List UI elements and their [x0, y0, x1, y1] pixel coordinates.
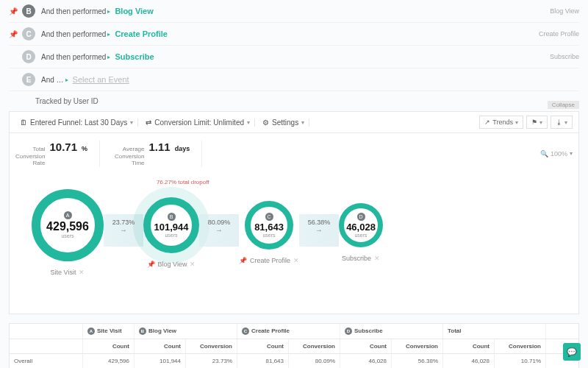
step-summary: Create Profile: [539, 30, 579, 38]
step-badge: D: [22, 50, 35, 63]
chevron-down-icon: ▾: [539, 119, 542, 126]
close-icon[interactable]: ✕: [374, 255, 380, 262]
col-blog-view[interactable]: BBlog View: [135, 324, 237, 339]
step-prefix: And then performed: [41, 30, 106, 38]
col-total: Total: [443, 324, 546, 339]
close-icon[interactable]: ✕: [293, 257, 299, 264]
step-prefix: And then performed: [41, 53, 106, 61]
total-conversion-rate: Total Conversion Rate 10.71%: [15, 141, 100, 167]
flow-arrow: 23.73%→: [104, 219, 143, 234]
step-summary: Blog View: [550, 7, 579, 15]
col-create-profile[interactable]: CCreate Profile: [237, 324, 340, 339]
download-button[interactable]: ⭳▾: [551, 116, 573, 129]
caret-icon: ▸: [107, 31, 110, 38]
swap-icon: ⇄: [146, 118, 151, 127]
step-badge: B: [22, 4, 35, 18]
funnel-node-b[interactable]: B101,944users 📌Blog View✕: [143, 197, 199, 268]
zoom-control[interactable]: 🔍 100% ▾: [540, 150, 573, 158]
funnel-step-c[interactable]: 📌 C And then performed ▸ Create Profile …: [9, 23, 579, 46]
caret-icon: ▸: [65, 77, 68, 83]
event-placeholder[interactable]: Select an Event: [73, 75, 129, 84]
caret-icon: ▸: [107, 8, 110, 15]
funnel-node-c[interactable]: C81,643users 📌Create Profile✕: [239, 201, 299, 264]
collapse-button[interactable]: Collapse: [548, 101, 579, 109]
step-summary: Subscribe: [550, 53, 579, 60]
settings-selector[interactable]: ⚙ Settings ▾: [258, 118, 309, 127]
tracked-by-label: Tracked by User ID: [9, 91, 579, 111]
pin-icon: 📌: [9, 30, 18, 38]
chevron-down-icon: ▾: [570, 150, 573, 157]
trends-button[interactable]: ↗ Trends ▾: [479, 116, 523, 129]
search-icon: 🔍: [540, 150, 548, 158]
date-range-selector[interactable]: 🗓 Entered Funnel: Last 30 Days ▾: [15, 118, 138, 127]
funnel-visualization: 76.27% total dropoff A429,596users Site …: [9, 174, 579, 314]
help-fab[interactable]: 💬: [563, 343, 581, 361]
chevron-down-icon: ▾: [564, 119, 567, 126]
chevron-down-icon: ▾: [247, 119, 250, 126]
close-icon[interactable]: ✕: [190, 261, 196, 268]
funnel-step-b[interactable]: 📌 B And then performed ▸ Blog View Blog …: [9, 0, 579, 23]
funnel-step-d[interactable]: 📌 D And then performed ▸ Subscribe Subsc…: [9, 46, 579, 68]
col-site-visit[interactable]: ASite Visit: [83, 324, 135, 339]
step-prefix: And then performed: [41, 7, 106, 15]
trends-icon: ↗: [484, 118, 490, 126]
chat-icon: 💬: [567, 347, 577, 357]
pin-icon: 📌: [239, 257, 247, 264]
flag-icon: ⚑: [531, 118, 537, 126]
dropoff-label: 76.27% total dropoff: [157, 179, 209, 185]
pin-icon: 📌: [9, 7, 18, 15]
download-icon: ⭳: [556, 118, 562, 126]
calendar-icon: 🗓: [20, 118, 27, 127]
metrics-bar: Total Conversion Rate 10.71% Average Con…: [9, 133, 579, 174]
step-prefix: And …: [41, 76, 64, 84]
event-link[interactable]: Blog View: [115, 7, 153, 15]
gear-icon: ⚙: [262, 118, 269, 127]
event-link[interactable]: Create Profile: [115, 29, 168, 38]
avg-conversion-time: Average Conversion Time 1.11days: [115, 141, 202, 167]
table-row: Overall 429,596 101,944 23.73% 81,643 80…: [10, 354, 578, 368]
pin-icon: 📌: [147, 261, 155, 268]
flag-button[interactable]: ⚑▾: [526, 116, 548, 129]
chevron-down-icon: ▾: [301, 119, 304, 126]
event-link[interactable]: Subscribe: [115, 52, 154, 61]
funnel-toolbar: 🗓 Entered Funnel: Last 30 Days ▾ ⇄ Conve…: [9, 111, 579, 133]
chevron-down-icon: ▾: [515, 119, 518, 126]
funnel-table: ASite Visit BBlog View CCreate Profile D…: [9, 323, 579, 368]
funnel-step-e[interactable]: 📌 E And … ▸ Select an Event: [9, 68, 579, 91]
step-badge: C: [22, 27, 35, 40]
funnel-node-a[interactable]: A429,596users Site Visit✕: [32, 189, 104, 276]
close-icon[interactable]: ✕: [79, 269, 85, 276]
col-subscribe[interactable]: DSubscribe: [340, 324, 443, 339]
chevron-down-icon: ▾: [130, 119, 133, 126]
flow-arrow: 56.38%→: [299, 219, 339, 234]
step-badge: E: [22, 73, 35, 86]
funnel-node-d[interactable]: D46,028users Subscribe✕: [339, 203, 383, 262]
conversion-limit-selector[interactable]: ⇄ Conversion Limit: Unlimited ▾: [141, 118, 255, 127]
flow-arrow: 80.09%→: [199, 219, 239, 234]
caret-icon: ▸: [107, 54, 110, 60]
